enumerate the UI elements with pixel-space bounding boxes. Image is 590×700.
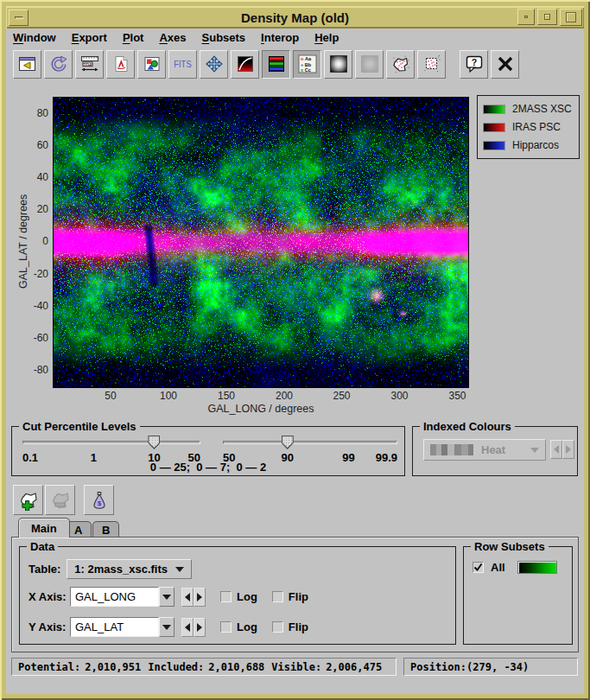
chevron-down-icon (175, 567, 184, 572)
slider-track[interactable] (22, 441, 200, 444)
arrow-left-icon (554, 445, 559, 454)
visible-label: Visible: (271, 661, 321, 673)
window-menu-button[interactable] (9, 10, 29, 26)
window-title: Density Map (old) (241, 10, 349, 25)
y-axis-previous-button[interactable] (181, 618, 193, 637)
shade-button[interactable] (517, 9, 535, 25)
density-map[interactable] (53, 97, 469, 388)
y-axis-value-field[interactable]: GAL_LAT (70, 617, 159, 637)
help-button[interactable]: ? (460, 50, 488, 79)
menu-interop[interactable]: Interop (261, 31, 299, 44)
menu-plot[interactable]: Plot (123, 31, 144, 44)
x-tick: 350 (448, 390, 466, 402)
tab-main[interactable]: Main (18, 518, 70, 538)
maximize-button[interactable] (560, 9, 582, 26)
potential-value: 2,010,951 (85, 661, 141, 673)
export-fits-button[interactable]: FITS (168, 50, 197, 79)
group-title: Indexed Colours (420, 420, 515, 433)
x-log-checkbox[interactable] (220, 591, 232, 602)
intensity-curve-icon (237, 55, 254, 73)
weight-data-button[interactable]: $ (84, 485, 114, 515)
menu-subsets[interactable]: Subsets (202, 31, 246, 44)
subset-from-region-button[interactable] (417, 50, 446, 79)
arrow-left-icon (185, 593, 190, 601)
export-image-button[interactable] (137, 50, 166, 79)
y-axis-next-button[interactable] (193, 618, 206, 637)
app-window: Density Map (old) Window Export Plot Axe… (0, 0, 590, 700)
included-value: 2,010,688 (208, 661, 264, 673)
tab-b[interactable]: B (92, 521, 119, 538)
x-axis-label: GAL_LONG / degrees (53, 403, 469, 415)
x-axis-select: GAL_LONG (70, 587, 174, 607)
axis-titles-button[interactable]: TITLE (75, 50, 104, 79)
y-log-checkbox[interactable] (220, 621, 232, 633)
slider-track[interactable] (223, 441, 397, 444)
minimize-button[interactable] (537, 9, 557, 25)
pdf-icon (112, 55, 130, 73)
indexed-colours-group: Indexed Colours Heat (412, 426, 578, 476)
toolbar: TITLE (6, 46, 584, 82)
image-icon (143, 55, 161, 73)
menu-window[interactable]: Window (13, 31, 56, 44)
included-label: Included: (148, 661, 204, 673)
table-select[interactable]: 1: 2mass_xsc.fits (67, 559, 192, 579)
slider-thumb[interactable] (148, 436, 160, 449)
cut-levels-summary: 0 — 25; 0 — 7; 0 — 2 (12, 461, 404, 474)
export-pdf-button[interactable] (106, 50, 135, 79)
x-axis-next-button[interactable] (193, 588, 206, 607)
x-flip-checkbox-wrap: Flip (272, 590, 308, 603)
weight-bag-icon: $ (89, 490, 110, 511)
x-axis-value-field[interactable]: GAL_LONG (70, 587, 159, 607)
subset-from-visible-button[interactable] (386, 50, 415, 79)
remove-subset-disabled-icon (50, 490, 71, 511)
title-bar: Density Map (old) (6, 6, 584, 29)
plot-legend: 2MASS XSC IRAS PSC Hipparcos (477, 95, 580, 159)
show-legend-button[interactable]: oAa +Bb xCc (293, 50, 321, 79)
window-content: Window Export Plot Axes Subsets Interop … (6, 29, 584, 694)
menu-axes[interactable]: Axes (159, 31, 186, 44)
legend-label: Hipparcos (512, 139, 559, 151)
colour-map-select: Heat (423, 439, 546, 461)
y-flip-checkbox-wrap: Flip (272, 620, 308, 633)
data-group: Data Table: 1: 2mass_xsc.fits X Axis: GA… (19, 546, 456, 645)
visible-value: 2,006,475 (326, 661, 382, 673)
table-label: Table: (29, 563, 60, 576)
split-window-button[interactable] (13, 50, 41, 79)
y-flip-checkbox[interactable] (272, 621, 283, 633)
add-subset-button[interactable] (13, 485, 43, 515)
row-subsets-group: Row Subsets All (463, 546, 573, 645)
legend-label: 2MASS XSC (512, 103, 572, 115)
x-tick: 100 (160, 390, 177, 402)
x-axis-previous-button[interactable] (181, 588, 193, 607)
close-button[interactable] (491, 50, 519, 79)
position-panel: Position: (279, -34) (403, 658, 578, 676)
x-axis-dropdown-button[interactable] (159, 587, 174, 607)
subset-colour-button[interactable] (517, 561, 557, 574)
y-tick: 0 (42, 235, 48, 247)
window-menu-icon (15, 16, 23, 19)
rgb-stripes-icon (268, 55, 285, 73)
y-axis-field-label: Y Axis: (29, 620, 68, 633)
arrow-right-icon (197, 623, 202, 632)
x-flip-checkbox[interactable] (272, 591, 283, 602)
menu-export[interactable]: Export (72, 31, 107, 44)
slider-thumb[interactable] (282, 436, 294, 449)
rgb-layers-button[interactable] (262, 50, 290, 79)
resize-to-fit-button[interactable] (200, 50, 228, 79)
intensity-scale-button[interactable] (231, 50, 259, 79)
arrow-right-icon (566, 445, 571, 454)
group-title: Data (27, 540, 58, 553)
x-tick: 250 (333, 390, 350, 402)
y-axis-dropdown-button[interactable] (159, 617, 174, 637)
smooth-button[interactable] (324, 50, 352, 79)
menu-help[interactable]: Help (314, 31, 339, 44)
fits-icon: FITS (174, 59, 191, 69)
potential-label: Potential: (18, 661, 80, 673)
subset-all-checkbox[interactable] (473, 562, 484, 573)
x-tick: 150 (218, 390, 235, 402)
subset-all-label: All (491, 561, 505, 574)
region-subset-icon (422, 54, 441, 73)
menu-bar: Window Export Plot Axes Subsets Interop … (6, 29, 584, 46)
x-axis-row: X Axis: GAL_LONG (29, 587, 308, 607)
replot-button[interactable] (44, 50, 73, 79)
